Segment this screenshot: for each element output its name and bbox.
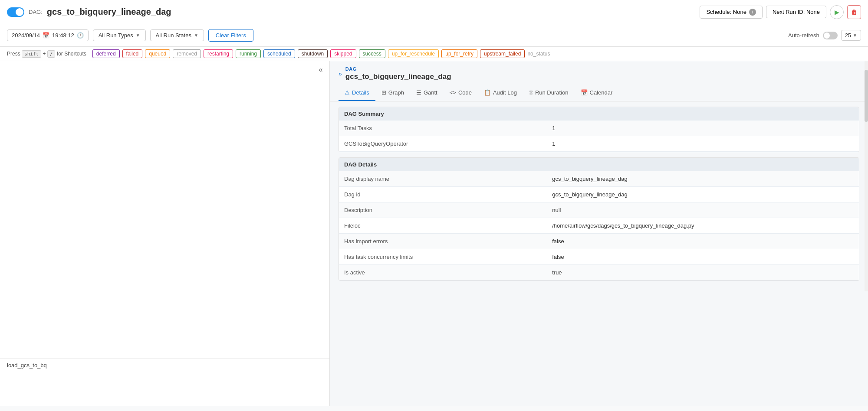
run-duration-tab-icon: ⧖	[529, 89, 533, 96]
schedule-button[interactable]: Schedule: None i	[700, 6, 763, 19]
fileloc-label: Fileloc	[339, 218, 547, 234]
auto-refresh-label: Auto-refresh	[788, 32, 819, 39]
summary-table: Total Tasks 1 GCSToBigQueryOperator 1	[339, 121, 859, 152]
delete-dag-button[interactable]: 🗑	[847, 5, 861, 19]
run-states-label: All Run States	[156, 32, 191, 39]
status-badge-deferred[interactable]: deferred	[92, 49, 120, 58]
dag-panel-name: gcs_to_bigquery_lineage_dag	[345, 72, 451, 81]
tab-code[interactable]: <> Code	[444, 85, 478, 101]
display-name-value: gcs_to_bigquery_lineage_dag	[547, 171, 859, 187]
date-time-input[interactable]: 2024/09/14 📅 19:48:12 🕐	[7, 29, 89, 41]
table-row: Total Tasks 1	[339, 121, 859, 136]
clock-icon: 🕐	[77, 32, 84, 39]
clear-filters-button[interactable]: Clear Filters	[208, 29, 253, 42]
tab-graph[interactable]: ⊞ Graph	[375, 85, 410, 101]
refresh-interval-selector[interactable]: 25 ▼	[841, 30, 861, 41]
status-badge-running[interactable]: running	[236, 49, 261, 58]
double-left-arrow-icon: «	[319, 66, 323, 74]
tab-audit-log[interactable]: 📋 Audit Log	[478, 85, 523, 101]
status-badge-success[interactable]: success	[359, 49, 385, 58]
status-badge-removed[interactable]: removed	[173, 49, 201, 58]
import-errors-value: false	[547, 234, 859, 249]
task-row[interactable]: load_gcs_to_bq	[0, 359, 329, 372]
display-name-label: Dag display name	[339, 171, 547, 187]
shortcut-key-slash: /	[47, 50, 56, 58]
details-tab-icon: ⚠	[345, 89, 350, 96]
status-badge-queued[interactable]: queued	[145, 49, 170, 58]
description-value: null	[547, 202, 859, 218]
app-header: DAG: gcs_to_bigquery_lineage_dag Schedul…	[0, 0, 868, 24]
status-badge-up-retry[interactable]: up_for_retry	[441, 49, 477, 58]
auto-refresh-toggle[interactable]	[823, 32, 838, 39]
refresh-chevron: ▼	[853, 33, 857, 38]
calendar-tab-label: Calendar	[590, 89, 613, 96]
collapse-left-button[interactable]: «	[316, 65, 326, 75]
dag-panel-header: » DAG gcs_to_bigquery_lineage_dag	[330, 61, 868, 81]
shortcut-plus: +	[43, 51, 46, 57]
run-types-select[interactable]: All Run Types ▼	[93, 29, 146, 41]
details-tab-label: Details	[352, 89, 369, 96]
status-badge-failed[interactable]: failed	[122, 49, 143, 58]
total-tasks-label: Total Tasks	[339, 121, 547, 136]
run-states-select[interactable]: All Run States ▼	[150, 29, 204, 41]
table-row: Dag id gcs_to_bigquery_lineage_dag	[339, 187, 859, 202]
code-tab-icon: <>	[450, 89, 456, 96]
status-badge-up-reschedule[interactable]: up_for_reschedule	[388, 49, 439, 58]
dag-section-label: DAG	[345, 66, 451, 72]
tab-details[interactable]: ⚠ Details	[339, 85, 375, 101]
run-types-chevron: ▼	[136, 33, 140, 38]
status-badge-scheduled[interactable]: scheduled	[263, 49, 295, 58]
header-right: Schedule: None i Next Run ID: None ▶ 🗑	[700, 5, 861, 19]
toolbar: 2024/09/14 📅 19:48:12 🕐 All Run Types ▼ …	[0, 24, 868, 47]
expand-arrows-icon[interactable]: »	[339, 70, 342, 77]
dag-details-card: DAG Details Dag display name gcs_to_bigq…	[339, 157, 859, 281]
scrollbar-thumb[interactable]	[865, 70, 868, 122]
status-bar: Press shift + / for Shortcuts deferred f…	[0, 47, 868, 61]
run-duration-tab-label: Run Duration	[535, 89, 569, 96]
header-left: DAG: gcs_to_bigquery_lineage_dag	[7, 7, 171, 17]
table-row: Fileloc /home/airflow/gcs/dags/gcs_to_bi…	[339, 218, 859, 234]
gcs-operator-value: 1	[547, 136, 859, 152]
calendar-icon: 📅	[43, 32, 49, 39]
status-badge-restarting[interactable]: restarting	[204, 49, 233, 58]
run-states-chevron: ▼	[194, 33, 198, 38]
graph-tab-icon: ⊞	[381, 89, 386, 96]
description-label: Description	[339, 202, 547, 218]
status-badge-skipped[interactable]: skipped	[330, 49, 356, 58]
graph-tab-label: Graph	[388, 89, 404, 96]
play-icon: ▶	[835, 9, 839, 16]
dag-prefix-label: DAG:	[29, 9, 43, 15]
left-panel: « load_gcs_to_bq	[0, 61, 330, 406]
next-run-button[interactable]: Next Run ID: None	[766, 6, 826, 18]
status-badge-no-status[interactable]: no_status	[527, 51, 550, 57]
shortcut-text: Press shift + / for Shortcuts	[7, 51, 86, 57]
trigger-dag-button[interactable]: ▶	[830, 5, 844, 19]
schedule-info-icon[interactable]: i	[749, 9, 756, 16]
shortcut-suffix: for Shortcuts	[57, 51, 86, 57]
table-row: GCSToBigQueryOperator 1	[339, 136, 859, 152]
concurrency-label: Has task concurrency limits	[339, 249, 547, 265]
tab-gantt[interactable]: ☰ Gantt	[410, 85, 444, 101]
refresh-number: 25	[845, 32, 851, 39]
dag-summary-header: DAG Summary	[339, 107, 859, 121]
main-content: « load_gcs_to_bq » DAG gcs_to_bigquery_l…	[0, 61, 868, 406]
audit-log-tab-icon: 📋	[484, 89, 491, 96]
status-badge-upstream-failed[interactable]: upstream_failed	[480, 49, 525, 58]
dag-name-title: gcs_to_bigquery_lineage_dag	[47, 7, 171, 17]
import-errors-label: Has import errors	[339, 234, 547, 249]
tabs-bar: ⚠ Details ⊞ Graph ☰ Gantt <> Code 📋 A	[330, 85, 868, 101]
code-tab-label: Code	[458, 89, 472, 96]
total-tasks-value: 1	[547, 121, 859, 136]
tab-run-duration[interactable]: ⧖ Run Duration	[523, 85, 575, 101]
tab-calendar[interactable]: 📅 Calendar	[575, 85, 619, 101]
details-table: Dag display name gcs_to_bigquery_lineage…	[339, 171, 859, 281]
table-row: Dag display name gcs_to_bigquery_lineage…	[339, 171, 859, 187]
table-row: Has import errors false	[339, 234, 859, 249]
dag-toggle[interactable]	[7, 7, 24, 17]
run-types-label: All Run Types	[99, 32, 133, 39]
toolbar-right: Auto-refresh 25 ▼	[788, 30, 861, 41]
dag-id-label: Dag id	[339, 187, 547, 202]
status-badge-shutdown[interactable]: shutdown	[298, 49, 328, 58]
scrollbar-track[interactable]	[865, 61, 868, 291]
is-active-value: true	[547, 265, 859, 281]
